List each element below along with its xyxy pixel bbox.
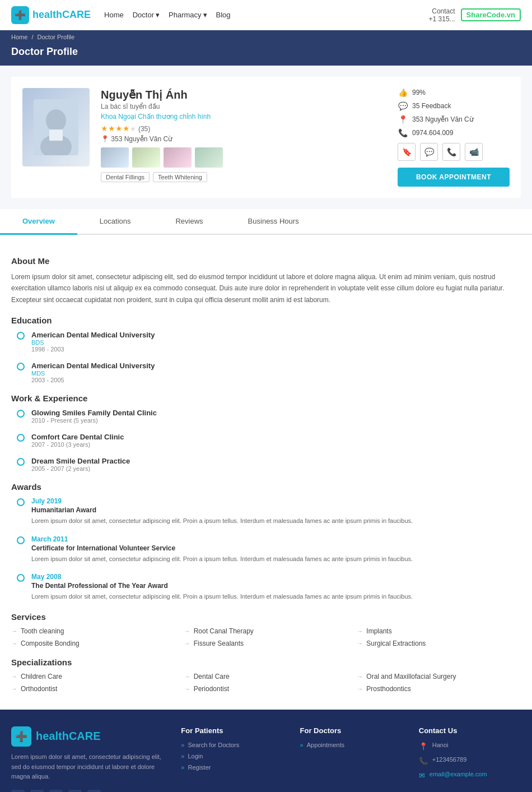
- phone-footer-icon: 📞: [419, 757, 428, 765]
- service-1: →Tooth cleaning: [11, 627, 175, 635]
- location-icon: 📍: [398, 115, 408, 124]
- doctor-name: Nguyễn Thị Ánh: [101, 88, 386, 101]
- breadcrumb-home[interactable]: Home: [11, 34, 27, 40]
- award-name-3: The Dental Professional of The Year Awar…: [31, 582, 413, 590]
- tab-reviews[interactable]: Reviews: [153, 209, 225, 235]
- spec-1: →Children Care: [11, 673, 175, 680]
- tab-locations[interactable]: Locations: [77, 209, 153, 235]
- video-btn[interactable]: 📹: [465, 143, 483, 161]
- contact-box: Contact +1 315...: [429, 7, 455, 23]
- award-desc-2: Lorem ipsum dolor sit amet, consectetur …: [31, 554, 413, 564]
- award-item-3: May 2008 The Dental Professional of The …: [17, 573, 521, 602]
- tab-business-hours[interactable]: Business Hours: [226, 209, 321, 235]
- doctor-info: Nguyễn Thị Ánh La bác sĩ tuyển đầu Khoa …: [101, 88, 386, 187]
- edu-school-2: American Dental Medical University: [31, 362, 155, 370]
- star-rating: ★★★★★ (35): [101, 124, 386, 133]
- work-item-1: Glowing Smiles Family Dental Clinic 2010…: [17, 409, 521, 424]
- tab-overview[interactable]: Overview: [0, 209, 77, 235]
- social-facebook[interactable]: f: [11, 790, 25, 792]
- call-btn[interactable]: 📞: [442, 143, 460, 161]
- content-area: About Me Lorem ipsum dolor sit amet, con…: [0, 235, 532, 710]
- nav-doctor[interactable]: Doctor ▾: [133, 11, 160, 19]
- stat-phone: 📞 0974.604.009: [398, 128, 510, 137]
- service-4: →Composite Bonding: [11, 640, 175, 647]
- about-text: Lorem ipsum dolor sit amet, consectetur …: [11, 271, 521, 305]
- nav-home[interactable]: Home: [104, 11, 124, 19]
- action-icons: 🔖 💬 📞 📹: [398, 143, 510, 161]
- doctor-img-2[interactable]: [132, 147, 160, 168]
- footer-link-login[interactable]: Login: [181, 753, 283, 759]
- services-title: Services: [11, 612, 521, 622]
- award-date-2: March 2011: [31, 535, 413, 543]
- footer-doctors-title: For Doctors: [300, 726, 402, 735]
- email-footer-icon: ✉: [419, 771, 425, 780]
- footer-col-doctors: For Doctors Appointments: [300, 726, 402, 792]
- social-twitter[interactable]: t: [30, 790, 44, 792]
- nav-pharmacy[interactable]: Pharmacy ▾: [169, 11, 207, 19]
- nav-blog[interactable]: Blog: [216, 11, 231, 19]
- navbar: ➕ healthCARE Home Doctor ▾ Pharmacy ▾ Bl…: [0, 0, 532, 30]
- service-6: →Surgical Extractions: [357, 640, 521, 647]
- education-timeline: American Dental Medical University BDS 1…: [17, 331, 521, 383]
- doctor-img-4[interactable]: [195, 147, 223, 168]
- doctor-title: La bác sĩ tuyển đầu: [101, 103, 386, 110]
- social-website[interactable]: ⊕: [87, 790, 101, 792]
- breadcrumb: Home / Doctor Profile: [0, 30, 532, 44]
- service-5: →Fissure Sealants: [184, 640, 348, 647]
- work-title: Work & Experience: [11, 393, 521, 403]
- thumbup-icon: 👍: [398, 88, 408, 97]
- footer-link-search[interactable]: Search for Doctors: [181, 742, 283, 748]
- work-place-2: Comfort Care Dental Clinic: [31, 433, 124, 441]
- services-grid: →Tooth cleaning →Root Canal Therapy →Imp…: [11, 627, 521, 647]
- service-2: →Root Canal Therapy: [184, 627, 348, 635]
- doctor-img-3[interactable]: [164, 147, 192, 168]
- footer-link-register[interactable]: Register: [181, 764, 283, 771]
- doctor-images: [101, 147, 386, 168]
- awards-timeline: July 2019 Humanitarian Award Lorem ipsum…: [17, 497, 521, 602]
- edu-degree-1: BDS: [31, 339, 155, 346]
- award-date-3: May 2008: [31, 573, 413, 581]
- about-title: About Me: [11, 256, 521, 266]
- logo[interactable]: ➕ healthCARE: [11, 6, 91, 24]
- footer-logo-icon: ➕: [11, 726, 31, 747]
- award-name-1: Humanitarian Award: [31, 506, 413, 514]
- award-dot-2: [17, 536, 25, 544]
- doctor-address: 📍 353 Nguyễn Văn Cừ: [101, 135, 386, 143]
- work-item-2: Comfort Care Dental Clinic 2007 - 2010 (…: [17, 433, 521, 448]
- profile-stats: 👍 99% 💬 35 Feedback 📍 353 Nguyễn Văn Cừ …: [398, 88, 510, 187]
- edu-dot-1: [17, 332, 25, 340]
- navbar-left: ➕ healthCARE Home Doctor ▾ Pharmacy ▾ Bl…: [11, 6, 231, 24]
- footer-socials: f t in ig ⊕: [11, 790, 164, 792]
- sharecode-badge: ShareCode.vn: [461, 8, 521, 21]
- work-dot-3: [17, 458, 25, 466]
- navbar-right: Contact +1 315... ShareCode.vn: [429, 7, 521, 23]
- edu-dot-2: [17, 363, 25, 370]
- edu-item-2: American Dental Medical University MDS 2…: [17, 362, 521, 383]
- edu-degree-2: MDS: [31, 370, 155, 377]
- footer-doctors-links: Appointments: [300, 742, 402, 748]
- awards-title: Awards: [11, 482, 521, 492]
- bookmark-btn[interactable]: 🔖: [398, 143, 416, 161]
- message-btn[interactable]: 💬: [420, 143, 438, 161]
- work-years-2: 2007 - 2010 (3 years): [31, 441, 124, 448]
- doctor-img-1[interactable]: [101, 147, 129, 168]
- footer-link-appointments[interactable]: Appointments: [300, 742, 402, 748]
- stat-likes: 👍 99%: [398, 88, 510, 97]
- service-3: →Implants: [357, 627, 521, 635]
- location-footer-icon: 📍: [419, 742, 428, 751]
- footer-brand: ➕ healthCARE Lorem ipsum dolor sit amet,…: [11, 726, 164, 792]
- svg-point-1: [46, 109, 66, 132]
- social-linkedin[interactable]: in: [49, 790, 63, 792]
- social-instagram[interactable]: ig: [68, 790, 82, 792]
- svg-rect-3: [49, 129, 63, 141]
- work-place-3: Dream Smile Dental Practice: [31, 457, 130, 465]
- work-years-3: 2005 - 2007 (2 years): [31, 465, 130, 472]
- education-title: Education: [11, 316, 521, 325]
- spec-5: →Periodontist: [184, 685, 348, 693]
- phone-icon: 📞: [398, 128, 408, 137]
- book-appointment-button[interactable]: BOOK APPOINTMENT: [398, 168, 510, 187]
- tag-teeth-whitening: Teeth Whitening: [153, 172, 207, 182]
- footer-contact-email: ✉ email@example.com: [419, 771, 521, 780]
- logo-icon: ➕: [11, 6, 29, 24]
- edu-years-1: 1998 - 2003: [31, 346, 155, 353]
